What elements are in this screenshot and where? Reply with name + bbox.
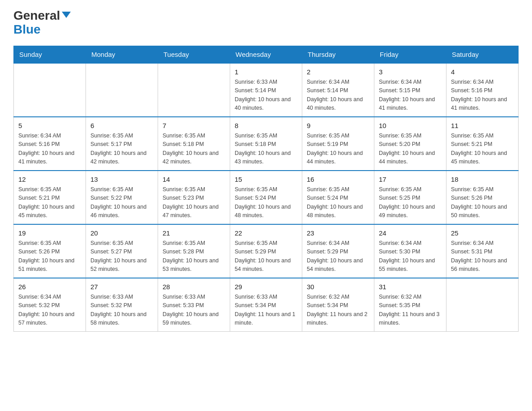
day-info: Sunrise: 6:33 AMSunset: 5:14 PMDaylight:… [235,78,297,113]
calendar-cell: 13Sunrise: 6:35 AMSunset: 5:22 PMDayligh… [86,171,158,224]
calendar-cell: 27Sunrise: 6:33 AMSunset: 5:32 PMDayligh… [86,278,158,332]
day-header-tuesday: Tuesday [158,46,230,63]
logo-text-blue: Blue [13,23,71,37]
calendar-header: SundayMondayTuesdayWednesdayThursdayFrid… [14,46,519,63]
day-number: 19 [18,228,81,239]
calendar-body: 1Sunrise: 6:33 AMSunset: 5:14 PMDaylight… [14,63,519,332]
calendar-cell: 9Sunrise: 6:35 AMSunset: 5:19 PMDaylight… [302,117,374,171]
day-info: Sunrise: 6:34 AMSunset: 5:15 PMDaylight:… [379,78,442,113]
day-number: 16 [307,175,369,185]
calendar-cell: 5Sunrise: 6:34 AMSunset: 5:16 PMDaylight… [14,117,86,171]
calendar-cell: 23Sunrise: 6:34 AMSunset: 5:29 PMDayligh… [302,224,374,278]
day-info: Sunrise: 6:34 AMSunset: 5:32 PMDaylight:… [18,293,81,328]
day-number: 2 [307,67,369,77]
calendar-cell: 19Sunrise: 6:35 AMSunset: 5:26 PMDayligh… [14,224,86,278]
day-info: Sunrise: 6:34 AMSunset: 5:16 PMDaylight:… [18,132,81,167]
day-number: 25 [451,228,514,239]
day-number: 27 [90,282,153,292]
day-number: 23 [307,228,369,239]
day-number: 12 [18,175,81,185]
day-number: 22 [235,228,297,239]
day-number: 18 [451,175,514,185]
day-info: Sunrise: 6:34 AMSunset: 5:30 PMDaylight:… [379,239,442,274]
day-info: Sunrise: 6:35 AMSunset: 5:25 PMDaylight:… [379,185,442,220]
calendar-cell: 3Sunrise: 6:34 AMSunset: 5:15 PMDaylight… [374,63,446,117]
calendar-cell: 15Sunrise: 6:35 AMSunset: 5:24 PMDayligh… [230,171,302,224]
day-number: 1 [235,67,297,77]
day-info: Sunrise: 6:35 AMSunset: 5:24 PMDaylight:… [235,185,297,220]
calendar-cell: 31Sunrise: 6:32 AMSunset: 5:35 PMDayligh… [374,278,446,332]
day-info: Sunrise: 6:32 AMSunset: 5:35 PMDaylight:… [379,293,442,328]
day-number: 6 [90,121,153,131]
day-info: Sunrise: 6:35 AMSunset: 5:26 PMDaylight:… [451,185,514,220]
day-number: 24 [379,228,442,239]
day-number: 13 [90,175,153,185]
calendar-cell [86,63,158,117]
day-number: 14 [163,175,225,185]
day-info: Sunrise: 6:35 AMSunset: 5:21 PMDaylight:… [18,185,81,220]
day-number: 26 [18,282,81,292]
day-info: Sunrise: 6:32 AMSunset: 5:34 PMDaylight:… [307,293,369,328]
day-header-row: SundayMondayTuesdayWednesdayThursdayFrid… [14,46,519,63]
day-info: Sunrise: 6:34 AMSunset: 5:16 PMDaylight:… [451,78,514,113]
calendar-week-5: 26Sunrise: 6:34 AMSunset: 5:32 PMDayligh… [14,278,519,332]
day-number: 5 [18,121,81,131]
calendar-cell: 7Sunrise: 6:35 AMSunset: 5:18 PMDaylight… [158,117,230,171]
calendar-cell: 25Sunrise: 6:34 AMSunset: 5:31 PMDayligh… [446,224,519,278]
day-number: 20 [90,228,153,239]
calendar-cell: 16Sunrise: 6:35 AMSunset: 5:24 PMDayligh… [302,171,374,224]
day-info: Sunrise: 6:35 AMSunset: 5:27 PMDaylight:… [90,239,153,274]
day-number: 29 [235,282,297,292]
day-info: Sunrise: 6:35 AMSunset: 5:17 PMDaylight:… [90,132,153,167]
calendar-week-3: 12Sunrise: 6:35 AMSunset: 5:21 PMDayligh… [14,171,519,224]
calendar-cell: 12Sunrise: 6:35 AMSunset: 5:21 PMDayligh… [14,171,86,224]
calendar-cell: 29Sunrise: 6:33 AMSunset: 5:34 PMDayligh… [230,278,302,332]
calendar-week-4: 19Sunrise: 6:35 AMSunset: 5:26 PMDayligh… [14,224,519,278]
logo-triangle-icon [62,12,71,18]
calendar-cell: 14Sunrise: 6:35 AMSunset: 5:23 PMDayligh… [158,171,230,224]
day-info: Sunrise: 6:34 AMSunset: 5:29 PMDaylight:… [307,239,369,274]
calendar-cell: 11Sunrise: 6:35 AMSunset: 5:21 PMDayligh… [446,117,519,171]
logo-text-top: General [13,9,71,23]
day-number: 17 [379,175,442,185]
day-number: 21 [163,228,225,239]
logo: General Blue [13,9,71,37]
calendar-cell: 24Sunrise: 6:34 AMSunset: 5:30 PMDayligh… [374,224,446,278]
day-header-friday: Friday [374,46,446,63]
calendar-cell [446,278,519,332]
day-header-thursday: Thursday [302,46,374,63]
day-number: 10 [379,121,442,131]
day-header-sunday: Sunday [14,46,86,63]
calendar-cell: 1Sunrise: 6:33 AMSunset: 5:14 PMDaylight… [230,63,302,117]
day-info: Sunrise: 6:35 AMSunset: 5:28 PMDaylight:… [163,239,225,274]
calendar-cell: 6Sunrise: 6:35 AMSunset: 5:17 PMDaylight… [86,117,158,171]
day-number: 28 [163,282,225,292]
day-number: 4 [451,67,514,77]
day-info: Sunrise: 6:34 AMSunset: 5:31 PMDaylight:… [451,239,514,274]
day-header-monday: Monday [86,46,158,63]
day-info: Sunrise: 6:35 AMSunset: 5:29 PMDaylight:… [235,239,297,274]
day-info: Sunrise: 6:35 AMSunset: 5:24 PMDaylight:… [307,185,369,220]
calendar-cell: 18Sunrise: 6:35 AMSunset: 5:26 PMDayligh… [446,171,519,224]
day-number: 8 [235,121,297,131]
calendar-cell: 4Sunrise: 6:34 AMSunset: 5:16 PMDaylight… [446,63,519,117]
calendar-table: SundayMondayTuesdayWednesdayThursdayFrid… [13,46,519,332]
calendar-cell: 26Sunrise: 6:34 AMSunset: 5:32 PMDayligh… [14,278,86,332]
day-header-wednesday: Wednesday [230,46,302,63]
day-number: 15 [235,175,297,185]
day-header-saturday: Saturday [446,46,519,63]
day-info: Sunrise: 6:34 AMSunset: 5:14 PMDaylight:… [307,78,369,113]
calendar-cell: 8Sunrise: 6:35 AMSunset: 5:18 PMDaylight… [230,117,302,171]
calendar-cell: 2Sunrise: 6:34 AMSunset: 5:14 PMDaylight… [302,63,374,117]
day-info: Sunrise: 6:35 AMSunset: 5:20 PMDaylight:… [379,132,442,167]
calendar-cell: 20Sunrise: 6:35 AMSunset: 5:27 PMDayligh… [86,224,158,278]
day-number: 30 [307,282,369,292]
day-info: Sunrise: 6:35 AMSunset: 5:18 PMDaylight:… [163,132,225,167]
day-info: Sunrise: 6:35 AMSunset: 5:22 PMDaylight:… [90,185,153,220]
day-info: Sunrise: 6:35 AMSunset: 5:18 PMDaylight:… [235,132,297,167]
day-number: 11 [451,121,514,131]
day-info: Sunrise: 6:35 AMSunset: 5:21 PMDaylight:… [451,132,514,167]
day-info: Sunrise: 6:33 AMSunset: 5:32 PMDaylight:… [90,293,153,328]
page-header: General Blue [13,9,519,37]
calendar-week-1: 1Sunrise: 6:33 AMSunset: 5:14 PMDaylight… [14,63,519,117]
